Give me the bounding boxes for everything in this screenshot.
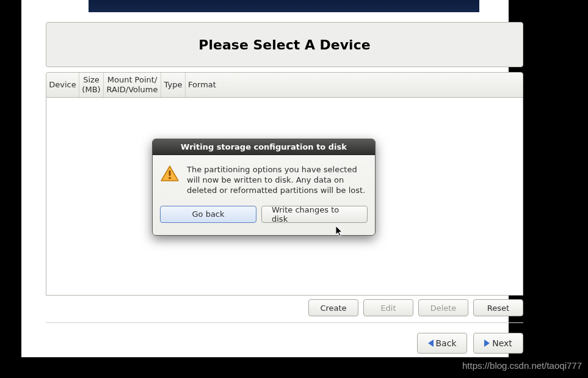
dialog-title: Writing storage configuration to disk [153,139,375,155]
reset-button[interactable]: Reset [473,299,523,316]
svg-point-1 [169,177,171,180]
warning-icon [160,165,180,182]
delete-button: Delete [418,299,468,316]
arrow-right-icon [484,340,490,347]
col-size[interactable]: Size (MB) [79,73,104,97]
header-banner [89,0,479,12]
svg-rect-0 [169,170,171,176]
col-format[interactable]: Format [186,73,219,97]
write-storage-dialog: Writing storage configuration to disk Th… [152,139,376,236]
arrow-left-icon [428,340,434,347]
dialog-body: The partitioning options you have select… [153,155,375,201]
col-device[interactable]: Device [46,73,79,97]
col-mount[interactable]: Mount Point/ RAID/Volume [104,73,161,97]
title-box: Please Select A Device [46,22,523,67]
create-button[interactable]: Create [308,299,358,316]
dialog-buttons: Go back Write changes to disk [153,201,375,230]
partition-actions: Create Edit Delete Reset [46,299,523,316]
dialog-message: The partitioning options you have select… [187,165,368,196]
back-button[interactable]: Back [417,333,467,354]
watermark: https://blog.csdn.net/taoqi777 [462,360,582,371]
nav-row: Back Next [46,333,523,354]
page-title: Please Select A Device [198,37,370,53]
next-button[interactable]: Next [473,333,523,354]
go-back-button[interactable]: Go back [160,206,256,223]
next-label: Next [492,338,512,348]
col-type[interactable]: Type [161,73,186,97]
edit-button: Edit [363,299,413,316]
partition-table-header: Device Size (MB) Mount Point/ RAID/Volum… [46,72,523,98]
write-changes-button[interactable]: Write changes to disk [261,206,368,223]
separator [46,322,523,323]
back-label: Back [436,338,457,348]
